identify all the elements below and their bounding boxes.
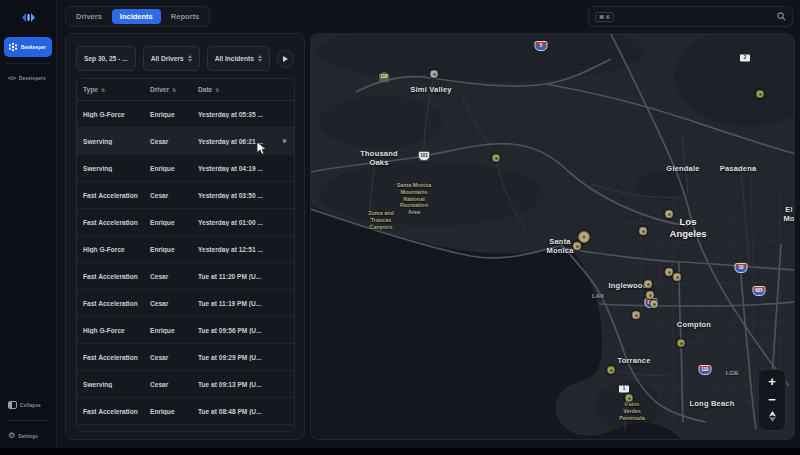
table-row[interactable]: Fast AccelerationEnriqueYesterday at 01:… bbox=[77, 209, 294, 236]
compass-icon bbox=[768, 411, 777, 422]
tab-incidents[interactable]: Incidents bbox=[112, 9, 161, 24]
incident-date: Tue at 08:48 PM (U... bbox=[198, 408, 282, 415]
incident-type: Fast Acceleration bbox=[83, 300, 150, 307]
incident-type: Fast Acceleration bbox=[83, 408, 150, 415]
table-row[interactable]: SwervingCesarYesterday at 06:21 ...» bbox=[77, 128, 294, 155]
incident-driver: Enrique bbox=[150, 111, 198, 118]
cmd-key: ⌘ bbox=[599, 14, 604, 20]
incident-driver: Enrique bbox=[150, 327, 198, 334]
incident-type: Swerving bbox=[83, 138, 150, 145]
settings-label: Settings bbox=[18, 434, 38, 439]
table-row[interactable]: High G-ForceEnriqueTue at 09:56 PM (U... bbox=[77, 317, 294, 344]
table-header: Type ⇅ Driver ⇅ Date ⇅ bbox=[77, 79, 294, 101]
search-icon bbox=[777, 12, 786, 21]
chevron-updown-icon bbox=[188, 55, 192, 62]
divider bbox=[6, 63, 50, 64]
tab-drivers[interactable]: Drivers bbox=[68, 9, 110, 24]
incident-driver: Cesar bbox=[150, 138, 198, 145]
beekeeper-icon bbox=[8, 42, 18, 52]
incidents-table: Type ⇅ Driver ⇅ Date ⇅ High G-ForceEnriq… bbox=[76, 78, 295, 432]
filter-bar: Sep 30, 25 - ... All Drivers All Inciden… bbox=[66, 34, 304, 79]
incident-type: Fast Acceleration bbox=[83, 354, 150, 361]
compass-button[interactable] bbox=[768, 410, 777, 426]
driver-filter[interactable]: All Drivers bbox=[143, 46, 200, 71]
sidebar-item-label: Developers bbox=[19, 76, 46, 81]
table-row[interactable]: High G-ForceEnriqueYesterday at 05:35 ..… bbox=[77, 101, 294, 128]
table-row[interactable]: Fast AccelerationCesarYesterday at 03:50… bbox=[77, 182, 294, 209]
column-label: Type bbox=[83, 86, 98, 93]
chevron-updown-icon bbox=[258, 55, 262, 62]
incident-type: High G-Force bbox=[83, 327, 150, 334]
collapse-icon bbox=[8, 401, 17, 409]
incident-date: Tue at 09:29 PM (U... bbox=[198, 354, 282, 361]
table-row[interactable]: Fast AccelerationCesarTue at 11:20 PM (U… bbox=[77, 263, 294, 290]
expand-row-icon[interactable]: » bbox=[279, 139, 288, 143]
settings-button[interactable]: ⚙ Settings bbox=[4, 427, 52, 445]
incident-driver: Cesar bbox=[150, 381, 198, 388]
incident-driver: Cesar bbox=[150, 273, 198, 280]
table-row[interactable]: Fast AccelerationCesarTue at 09:29 PM (U… bbox=[77, 344, 294, 371]
main-area: Drivers Incidents Reports ⌘ K bbox=[57, 0, 800, 448]
sidebar: Beekeeper </> Developers Collapse ⚙ Sett… bbox=[0, 0, 57, 448]
topbar: Drivers Incidents Reports ⌘ K bbox=[57, 0, 800, 33]
incident-date: Yesterday at 05:35 ... bbox=[198, 111, 282, 118]
collapse-button[interactable]: Collapse bbox=[4, 396, 52, 414]
incident-type: Fast Acceleration bbox=[83, 273, 150, 280]
app-window: Beekeeper </> Developers Collapse ⚙ Sett… bbox=[0, 0, 800, 455]
incident-driver: Cesar bbox=[150, 354, 198, 361]
incident-type: High G-Force bbox=[83, 246, 150, 253]
incident-type: Swerving bbox=[83, 381, 150, 388]
incident-driver: Enrique bbox=[150, 165, 198, 172]
play-button[interactable] bbox=[277, 50, 294, 68]
incident-date: Yesterday at 06:21 ... bbox=[198, 138, 282, 145]
collapse-label: Collapse bbox=[20, 403, 41, 408]
tab-reports[interactable]: Reports bbox=[163, 9, 207, 24]
main-tabs: Drivers Incidents Reports bbox=[65, 6, 210, 27]
table-row[interactable]: Fast AccelerationEnriqueTue at 08:48 PM … bbox=[77, 398, 294, 425]
incident-driver: Cesar bbox=[150, 300, 198, 307]
bottom-bar bbox=[0, 448, 800, 455]
divider bbox=[6, 420, 50, 421]
incident-date: Yesterday at 12:51 ... bbox=[198, 246, 282, 253]
sort-icon: ⇅ bbox=[172, 87, 176, 93]
zoom-in-button[interactable]: + bbox=[768, 374, 776, 390]
column-header-type[interactable]: Type ⇅ bbox=[83, 86, 150, 93]
column-label: Driver bbox=[150, 86, 169, 93]
column-header-date[interactable]: Date ⇅ bbox=[198, 86, 282, 93]
incident-date: Tue at 11:20 PM (U... bbox=[198, 273, 282, 280]
table-row[interactable]: SwervingEnriqueYesterday at 04:19 ... bbox=[77, 155, 294, 182]
date-range-value: Sep 30, 25 - ... bbox=[84, 55, 128, 62]
table-row[interactable]: High G-ForceEnriqueYesterday at 12:51 ..… bbox=[77, 236, 294, 263]
incident-date: Yesterday at 03:50 ... bbox=[198, 192, 282, 199]
incident-driver: Enrique bbox=[150, 246, 198, 253]
incident-date: Tue at 09:13 PM (U... bbox=[198, 381, 282, 388]
column-header-driver[interactable]: Driver ⇅ bbox=[150, 86, 198, 93]
driver-filter-value: All Drivers bbox=[151, 55, 184, 62]
app-logo[interactable] bbox=[0, 0, 56, 34]
incident-filter-value: All Incidents bbox=[215, 55, 254, 62]
incident-date: Tue at 09:56 PM (U... bbox=[198, 327, 282, 334]
table-row[interactable]: Fast AccelerationEnriqueTue at 08:40 PM … bbox=[77, 425, 294, 432]
incident-date: Yesterday at 01:00 ... bbox=[198, 219, 282, 226]
incident-filter[interactable]: All Incidents bbox=[207, 46, 270, 71]
sidebar-item-label: Beekeeper bbox=[21, 45, 46, 50]
zoom-out-button[interactable]: − bbox=[768, 392, 776, 408]
gear-icon: ⚙ bbox=[8, 432, 15, 440]
sidebar-item-developers[interactable]: </> Developers bbox=[4, 70, 52, 86]
sidebar-item-beekeeper[interactable]: Beekeeper bbox=[4, 37, 52, 57]
map-panel[interactable]: Simi ValleyThousand OaksSanta Monica Mou… bbox=[310, 33, 795, 440]
incident-type: Fast Acceleration bbox=[83, 192, 150, 199]
table-row[interactable]: Fast AccelerationCesarTue at 11:19 PM (U… bbox=[77, 290, 294, 317]
incident-driver: Cesar bbox=[150, 192, 198, 199]
incident-type: Swerving bbox=[83, 165, 150, 172]
logo-icon bbox=[20, 9, 37, 26]
code-icon: </> bbox=[8, 75, 16, 81]
incident-type: High G-Force bbox=[83, 111, 150, 118]
column-label: Date bbox=[198, 86, 212, 93]
incident-date: Yesterday at 04:19 ... bbox=[198, 165, 282, 172]
table-row[interactable]: SwervingCesarTue at 09:13 PM (U... bbox=[77, 371, 294, 398]
search-input[interactable]: ⌘ K bbox=[588, 6, 793, 27]
date-range-filter[interactable]: Sep 30, 25 - ... bbox=[76, 46, 136, 71]
play-icon bbox=[283, 56, 288, 62]
sort-icon: ⇅ bbox=[215, 87, 219, 93]
